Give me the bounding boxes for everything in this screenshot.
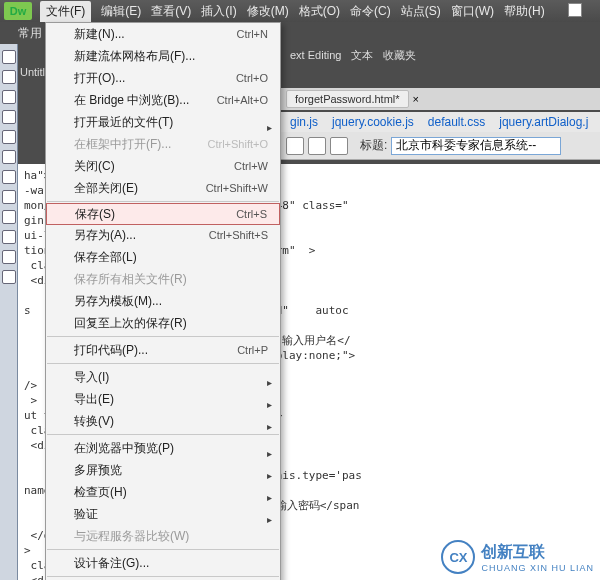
side-icon[interactable] — [2, 190, 16, 204]
menu-item[interactable]: 导出(E) — [46, 388, 280, 410]
menu-item[interactable]: 另存为模板(M)... — [46, 290, 280, 312]
file-4[interactable]: jquery.artDialog.j — [499, 115, 588, 129]
workspace-tabs: ext Editing 文本 收藏夹 — [280, 44, 600, 66]
side-icon[interactable] — [2, 130, 16, 144]
ws-tab-1[interactable]: ext Editing — [290, 49, 341, 61]
side-icon[interactable] — [2, 210, 16, 224]
menu-item[interactable]: 检查页(H) — [46, 481, 280, 503]
menu-item[interactable]: 打开最近的文件(T) — [46, 111, 280, 133]
menu-item[interactable]: 在 Bridge 中浏览(B)...Ctrl+Alt+O — [46, 89, 280, 111]
menu-window[interactable]: 窗口(W) — [451, 3, 494, 20]
watermark-text: 创新互联 — [481, 542, 594, 563]
file-1[interactable]: gin.js — [290, 115, 318, 129]
insert-bar-label: 常用 — [18, 25, 42, 42]
menu-site[interactable]: 站点(S) — [401, 3, 441, 20]
doc-toolbar: 标题: — [280, 132, 600, 160]
ws-tab-2[interactable]: 文本 — [351, 48, 373, 63]
title-input[interactable] — [391, 137, 561, 155]
menubar: Dw 文件(F) 编辑(E) 查看(V) 插入(I) 修改(M) 格式(O) 命… — [0, 0, 600, 22]
menu-item[interactable]: 新建流体网格布局(F)... — [46, 45, 280, 67]
watermark: CX 创新互联 CHUANG XIN HU LIAN — [441, 540, 594, 574]
close-icon[interactable]: × — [413, 93, 419, 105]
menu-item[interactable]: 打印代码(P)...Ctrl+P — [46, 339, 280, 361]
file-2[interactable]: jquery.cookie.js — [332, 115, 414, 129]
menu-item[interactable]: 新建(N)...Ctrl+N — [46, 23, 280, 45]
menu-item[interactable]: 保存全部(L) — [46, 246, 280, 268]
menu-item[interactable]: 另存为(A)...Ctrl+Shift+S — [46, 224, 280, 246]
menu-item[interactable]: 验证 — [46, 503, 280, 525]
side-icon[interactable] — [2, 250, 16, 264]
file-menu-dropdown: 新建(N)...Ctrl+N新建流体网格布局(F)...打开(O)...Ctrl… — [45, 22, 281, 580]
side-icon[interactable] — [2, 270, 16, 284]
tool-icon[interactable] — [286, 137, 304, 155]
menu-item[interactable]: 保存(S)Ctrl+S — [46, 203, 280, 225]
menu-item[interactable]: 在浏览器中预览(P) — [46, 437, 280, 459]
title-label: 标题: — [360, 137, 387, 154]
side-icon[interactable] — [2, 110, 16, 124]
side-icon[interactable] — [2, 50, 16, 64]
untitled-tab[interactable]: Untitl — [20, 66, 45, 78]
menu-item[interactable]: 全部关闭(E)Ctrl+Shift+W — [46, 177, 280, 199]
menu-item: 与远程服务器比较(W) — [46, 525, 280, 547]
tool-icon[interactable] — [308, 137, 326, 155]
watermark-sub: CHUANG XIN HU LIAN — [481, 563, 594, 573]
menu-item[interactable]: 设计备注(G)... — [46, 552, 280, 574]
menu-item[interactable]: 导入(I) — [46, 366, 280, 388]
menu-item[interactable]: 多屏预览 — [46, 459, 280, 481]
watermark-logo: CX — [441, 540, 475, 574]
app-logo: Dw — [4, 2, 32, 20]
side-icon[interactable] — [2, 90, 16, 104]
menu-format[interactable]: 格式(O) — [299, 3, 340, 20]
menu-item[interactable]: 回复至上次的保存(R) — [46, 312, 280, 334]
menu-help[interactable]: 帮助(H) — [504, 3, 545, 20]
code-toolbar — [0, 44, 18, 580]
menu-view[interactable]: 查看(V) — [151, 3, 191, 20]
menu-modify[interactable]: 修改(M) — [247, 3, 289, 20]
ws-tab-3[interactable]: 收藏夹 — [383, 48, 416, 63]
refresh-icon[interactable] — [330, 137, 348, 155]
side-icon[interactable] — [2, 150, 16, 164]
menu-item[interactable]: 关闭(C)Ctrl+W — [46, 155, 280, 177]
layout-icon[interactable] — [568, 3, 592, 20]
menu-insert[interactable]: 插入(I) — [201, 3, 236, 20]
side-icon[interactable] — [2, 170, 16, 184]
menu-item: 保存所有相关文件(R) — [46, 268, 280, 290]
menu-item: 在框架中打开(F)...Ctrl+Shift+O — [46, 133, 280, 155]
side-icon[interactable] — [2, 70, 16, 84]
menu-item[interactable]: 打开(O)...Ctrl+O — [46, 67, 280, 89]
menu-command[interactable]: 命令(C) — [350, 3, 391, 20]
doc-tab-strip: forgetPassword.html* × — [280, 88, 600, 110]
menu-item[interactable]: 转换(V) — [46, 410, 280, 432]
side-icon[interactable] — [2, 230, 16, 244]
menu-file[interactable]: 文件(F) — [40, 1, 91, 22]
related-files: gin.js jquery.cookie.js default.css jque… — [280, 112, 600, 132]
menu-edit[interactable]: 编辑(E) — [101, 3, 141, 20]
file-3[interactable]: default.css — [428, 115, 485, 129]
doc-tab-forget[interactable]: forgetPassword.html* — [286, 90, 409, 108]
